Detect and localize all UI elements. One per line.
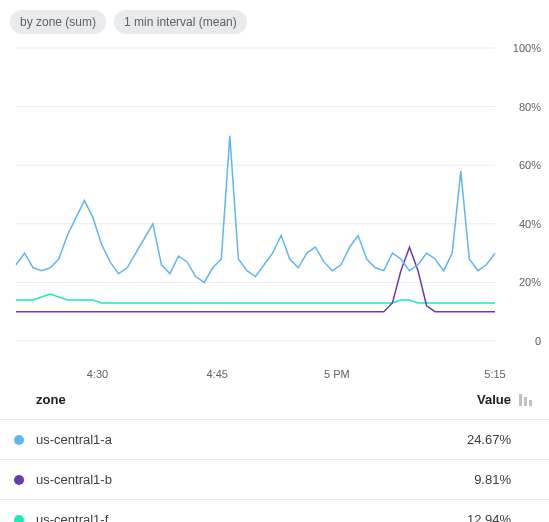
series-dot [14, 515, 24, 523]
y-tick-label: 0 [535, 335, 541, 347]
chart-area[interactable]: 020%40%60%80%100% 4:304:455 PM5:15 [10, 40, 545, 380]
line-chart [10, 40, 545, 365]
x-tick-label: 4:45 [206, 368, 227, 380]
zone-cell: us-central1-a [36, 432, 451, 447]
x-tick-label: 5 PM [324, 368, 350, 380]
y-tick-label: 100% [513, 42, 541, 54]
zone-cell: us-central1-b [36, 472, 451, 487]
y-tick-label: 40% [519, 218, 541, 230]
table-row[interactable]: us-central1-a24.67% [0, 420, 549, 460]
y-tick-label: 80% [519, 101, 541, 113]
series-dot [14, 475, 24, 485]
value-cell: 12.94% [451, 512, 511, 522]
header-value[interactable]: Value [451, 392, 511, 407]
table-row[interactable]: us-central1-b9.81% [0, 460, 549, 500]
chip-by-zone[interactable]: by zone (sum) [10, 10, 106, 34]
filter-chips: by zone (sum) 1 min interval (mean) [0, 0, 549, 40]
legend-table: zone Value us-central1-a24.67%us-central… [0, 380, 549, 522]
header-spacer [14, 395, 24, 405]
chip-interval[interactable]: 1 min interval (mean) [114, 10, 247, 34]
table-row[interactable]: us-central1-f12.94% [0, 500, 549, 522]
table-header-row: zone Value [0, 380, 549, 420]
x-tick-label: 4:30 [87, 368, 108, 380]
series-dot [14, 435, 24, 445]
y-tick-label: 60% [519, 159, 541, 171]
value-cell: 9.81% [451, 472, 511, 487]
columns-icon[interactable] [519, 394, 535, 406]
x-tick-label: 5:15 [484, 368, 505, 380]
zone-cell: us-central1-f [36, 512, 451, 522]
value-cell: 24.67% [451, 432, 511, 447]
header-zone[interactable]: zone [36, 392, 451, 407]
y-tick-label: 20% [519, 276, 541, 288]
